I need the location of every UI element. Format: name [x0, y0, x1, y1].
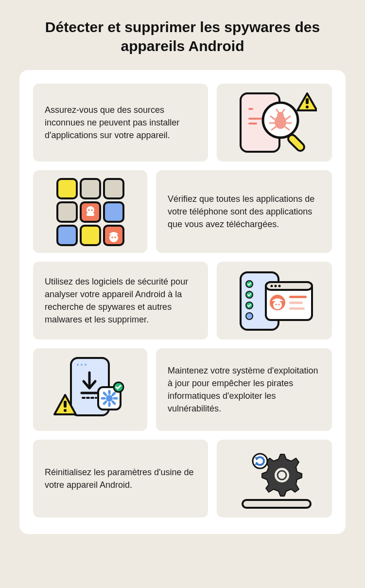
svg-line-65 [104, 393, 106, 395]
svg-point-48 [278, 303, 279, 305]
svg-point-24 [87, 206, 94, 214]
svg-point-44 [278, 285, 281, 287]
svg-rect-21 [104, 179, 123, 198]
svg-point-60 [106, 395, 113, 402]
svg-line-67 [104, 402, 106, 404]
svg-rect-2 [248, 118, 262, 120]
svg-point-39 [246, 313, 253, 320]
svg-rect-29 [57, 226, 77, 245]
svg-point-43 [275, 285, 277, 287]
svg-rect-49 [289, 296, 307, 298]
tip-text: Maintenez votre système d'exploitation à… [156, 348, 332, 431]
tip-row: Assurez-vous que des sources inconnues n… [33, 84, 332, 161]
system-update-icon [48, 353, 133, 426]
svg-point-47 [275, 303, 277, 305]
svg-line-66 [113, 402, 115, 404]
svg-point-55 [85, 364, 87, 366]
svg-point-53 [77, 364, 79, 366]
tip-text: Utilisez des logiciels de sécurité pour … [33, 262, 208, 339]
svg-point-34 [114, 236, 116, 238]
scan-results-icon [232, 267, 317, 335]
svg-rect-3 [248, 123, 257, 125]
svg-point-54 [81, 364, 83, 366]
tip-text: Réinitialisez les paramètres d'usine de … [33, 440, 208, 517]
tip-row: Utilisez des logiciels de sécurité pour … [33, 262, 332, 339]
app-grid-icon [52, 175, 129, 248]
svg-rect-5 [306, 98, 309, 104]
svg-rect-8 [287, 133, 306, 153]
tip-row: Vérifiez que toutes les applications de … [33, 170, 332, 253]
illustration-scan-results [217, 262, 332, 339]
illustration-magnifier-bug [217, 84, 332, 161]
svg-point-27 [91, 209, 93, 211]
svg-point-72 [64, 409, 67, 412]
svg-point-42 [271, 285, 273, 287]
illustration-update [33, 348, 147, 431]
svg-rect-30 [81, 226, 100, 245]
tips-card: Assurez-vous que des sources inconnues n… [19, 70, 346, 534]
svg-point-33 [111, 236, 113, 238]
svg-rect-22 [57, 202, 77, 222]
tip-text: Assurez-vous que des sources inconnues n… [33, 84, 208, 161]
illustration-app-grid [33, 170, 147, 253]
svg-rect-51 [289, 307, 305, 310]
phone-magnifier-bug-icon [232, 89, 317, 157]
svg-point-32 [109, 233, 118, 242]
svg-rect-50 [289, 302, 303, 304]
tip-row: Réinitialisez les paramètres d'usine de … [33, 440, 332, 517]
tip-row: Maintenez votre système d'exploitation à… [33, 348, 332, 431]
factory-reset-icon [232, 445, 317, 513]
illustration-factory-reset [217, 440, 332, 517]
tip-text: Vérifiez que toutes les applications de … [156, 170, 332, 253]
svg-point-6 [306, 106, 309, 108]
svg-rect-1 [248, 108, 253, 110]
svg-point-26 [88, 209, 90, 211]
svg-rect-20 [81, 179, 100, 198]
svg-rect-19 [57, 179, 77, 198]
svg-rect-25 [87, 213, 94, 216]
svg-rect-71 [64, 401, 67, 408]
page-title: Détecter et supprimer les spywares des a… [19, 18, 346, 55]
svg-point-46 [273, 301, 282, 309]
svg-point-75 [253, 454, 267, 468]
svg-line-68 [113, 393, 115, 395]
svg-rect-78 [243, 500, 311, 508]
svg-rect-28 [104, 202, 123, 222]
